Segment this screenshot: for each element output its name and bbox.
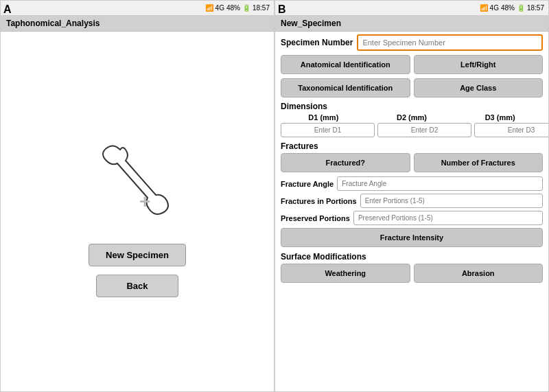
d1-input[interactable] — [281, 123, 375, 137]
battery-icon-b: 🔋 — [517, 4, 525, 12]
svg-text:+: + — [139, 191, 150, 212]
number-of-fractures-button[interactable]: Number of Fractures — [414, 153, 544, 172]
dim-header-d2: D2 (mm) — [369, 113, 455, 122]
time-a: 18:57 — [253, 4, 270, 12]
taxonomical-identification-button[interactable]: Taxonomical Identification — [281, 78, 410, 97]
signal-icon-b: 📶 — [480, 4, 488, 12]
dim-headers: D1 (mm) D2 (mm) D3 (mm) — [281, 113, 543, 122]
dimensions-title: Dimensions — [281, 102, 543, 111]
fracture-angle-label: Fracture Angle — [281, 180, 334, 188]
left-right-button[interactable]: Left/Right — [414, 55, 544, 74]
title-bar-a: Taphonomical_Analysis — [1, 16, 274, 32]
status-bar-b: 📶 4G 48% 🔋 18:57 — [275, 1, 548, 16]
preserved-portions-row: Preserved Portions — [281, 211, 543, 225]
fracture-intensity-button[interactable]: Fracture Intensity — [281, 228, 543, 247]
anatomical-grid: Anatomical Identification Left/Right — [281, 55, 543, 74]
dim-header-d3: D3 (mm) — [457, 113, 543, 122]
app-title-b: New_Specimen — [281, 19, 341, 28]
fractures-in-portions-row: Fractures in Portions — [281, 194, 543, 208]
panel-b-label: B — [278, 3, 286, 16]
specimen-number-row: Specimen Number — [281, 34, 543, 51]
battery-text-b: 48% — [501, 4, 515, 12]
fractures-in-portions-input[interactable] — [360, 194, 543, 208]
fractures-title: Fractures — [281, 141, 543, 151]
status-icons-a: 📶 4G 48% 🔋 18:57 — [205, 4, 270, 12]
bone-container: + — [82, 126, 192, 235]
back-button[interactable]: Back — [96, 275, 178, 297]
app-title-a: Taphonomical_Analysis — [6, 19, 100, 28]
abrasion-button[interactable]: Abrasion — [414, 264, 544, 283]
panel-a-content: + New Specimen Back — [1, 32, 274, 391]
preserved-portions-label: Preserved Portions — [281, 214, 350, 222]
title-bar-b: New_Specimen — [275, 16, 548, 32]
bone-image: + — [93, 136, 182, 225]
panel-b: B 📶 4G 48% 🔋 18:57 New_Specimen Specimen… — [274, 0, 549, 392]
taxonomical-grid: Taxonomical Identification Age Class — [281, 78, 543, 97]
anatomical-identification-button[interactable]: Anatomical Identification — [281, 55, 410, 74]
fractured-button[interactable]: Fractured? — [281, 153, 410, 172]
battery-icon-a: 🔋 — [242, 4, 250, 12]
status-bar-a: 📶 4G 48% 🔋 18:57 — [1, 1, 274, 16]
fracture-angle-row: Fracture Angle — [281, 176, 543, 191]
panel-a-label: A — [3, 3, 12, 16]
fracture-angle-input[interactable] — [337, 176, 543, 191]
fractures-grid: Fractured? Number of Fractures — [281, 153, 543, 172]
dim-header-d1: D1 (mm) — [281, 113, 366, 122]
surface-modifications-title: Surface Modifications — [281, 252, 543, 262]
preserved-portions-input[interactable] — [353, 211, 543, 225]
specimen-number-label: Specimen Number — [281, 38, 353, 47]
signal-text-b: 4G — [490, 4, 499, 12]
signal-icon-a: 📶 — [205, 4, 213, 12]
battery-text-a: 48% — [226, 4, 240, 12]
dim-inputs — [281, 123, 543, 137]
d2-input[interactable] — [377, 123, 471, 137]
weathering-button[interactable]: Weathering — [281, 264, 410, 283]
d3-input[interactable] — [474, 123, 549, 137]
panel-b-inner: Specimen Number Anatomical Identificatio… — [275, 32, 548, 288]
fractures-in-portions-label: Fractures in Portions — [281, 197, 357, 205]
surface-grid: Weathering Abrasion — [281, 264, 543, 283]
signal-text-a: 4G — [215, 4, 224, 12]
specimen-number-input[interactable] — [357, 34, 543, 51]
time-b: 18:57 — [527, 4, 544, 12]
panel-a: A 📶 4G 48% 🔋 18:57 Taphonomical_Analysis… — [0, 0, 274, 392]
status-icons-b: 📶 4G 48% 🔋 18:57 — [480, 4, 544, 12]
age-class-button[interactable]: Age Class — [414, 78, 544, 97]
new-specimen-button[interactable]: New Specimen — [89, 244, 186, 266]
